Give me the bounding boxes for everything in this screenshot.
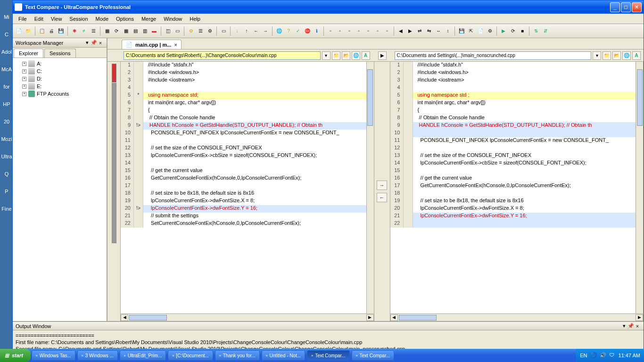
active-icon[interactable]: A	[362, 51, 370, 60]
system-tray[interactable]: EN 🔵 🔊 🛡 11:47 AM	[576, 349, 644, 362]
tool-icon[interactable]: ▫	[355, 27, 363, 35]
code-line[interactable]: 10 PCONSOLE_FONT_INFOEX lpConsoleCurrent…	[121, 130, 374, 137]
tool-icon[interactable]: ▫	[373, 27, 382, 35]
code-line[interactable]: 8 // Obtain the Console handle	[121, 115, 374, 122]
code-line[interactable]: 15 // get the current value	[121, 167, 374, 175]
help-icon[interactable]: ?	[284, 27, 293, 35]
tree-item[interactable]: +E:	[15, 82, 105, 90]
shield-icon[interactable]: 🛡	[609, 352, 616, 359]
panel-close-icon[interactable]: ×	[634, 323, 641, 329]
detail-icon[interactable]: ▥	[140, 27, 149, 35]
tray-icon[interactable]: 🔵	[590, 352, 597, 359]
path-dropdown-icon[interactable]: ▾	[593, 51, 601, 60]
save-icon[interactable]: 💾	[457, 27, 466, 35]
code-line[interactable]: 1//#include "stdafx.h"	[390, 62, 644, 69]
tab-close-icon[interactable]: ×	[174, 42, 177, 48]
code-line[interactable]: 12 // set the size of the CONSOLE_FONT_I…	[121, 145, 374, 152]
code-line[interactable]: 17	[121, 182, 374, 190]
code-line[interactable]: 6int main(int argc, char* argv[])	[121, 99, 374, 107]
taskbar-item[interactable]: ▫Text Compar...	[352, 350, 394, 361]
taskbar-item[interactable]: ▫Untitled - Not...	[262, 350, 305, 361]
tool-icon[interactable]: ▫	[383, 27, 391, 35]
panel-pin-icon[interactable]: 📌	[627, 323, 634, 329]
code-line[interactable]: 13 // set the size of the CONSOLE_FONT_I…	[390, 152, 644, 160]
merge-right-icon[interactable]: ▶	[406, 27, 414, 35]
down-arrow-icon[interactable]: ↓	[233, 27, 241, 35]
play-compare-icon[interactable]: ▶	[378, 51, 387, 60]
window-icon[interactable]: ▭	[219, 27, 228, 35]
panel-dropdown-icon[interactable]: ▾	[621, 323, 627, 329]
options-icon[interactable]: ⚙	[206, 27, 214, 35]
settings-icon[interactable]: ⚙	[486, 27, 494, 35]
desktop-icon[interactable]: for	[1, 84, 12, 90]
code-line[interactable]: 14	[121, 160, 374, 167]
new-icon[interactable]: 📄	[15, 27, 23, 35]
vertical-scrollbar[interactable]	[636, 62, 643, 313]
desktop-icon[interactable]: 20	[1, 119, 12, 124]
code-line[interactable]: 14 lpConsoleCurrentFontEx->cbSize = size…	[390, 160, 644, 167]
code-line[interactable]: 11	[121, 137, 374, 145]
merge-icon[interactable]: ↔	[434, 27, 443, 35]
merge-left-icon[interactable]: ◀	[396, 27, 405, 35]
desktop-icon[interactable]: Mi	[1, 14, 12, 20]
active-icon[interactable]: A	[632, 51, 641, 60]
code-line[interactable]: 19 lpConsoleCurrentFontEx->dwFontSize.X …	[121, 197, 374, 205]
code-line[interactable]: 16 GetCurrentConsoleFontEx(hConsole,0,lp…	[121, 175, 374, 182]
code-line[interactable]: 4	[121, 84, 374, 92]
code-line[interactable]: 8 // Obtain the Console handle	[390, 115, 644, 122]
sync2-icon[interactable]: ⇵	[541, 27, 550, 35]
list-icon[interactable]: ☰	[196, 27, 205, 35]
code-line[interactable]: 22 SetCurrentConsoleFontEx(hConsole,0,lp…	[121, 220, 374, 228]
code-line[interactable]: 20 lpConsoleCurrentFontEx->dwFontSize.X …	[390, 205, 644, 213]
menu-view[interactable]: View	[47, 15, 66, 23]
desktop-icon[interactable]: Mozi	[1, 136, 12, 142]
code-line[interactable]: 2#include <windows.h>	[390, 69, 644, 77]
desktop-icon[interactable]: McA	[1, 66, 12, 72]
export-icon[interactable]: ⇱	[467, 27, 475, 35]
code-line[interactable]: 21 // submit the settings	[121, 213, 374, 220]
browse-icon[interactable]: 📂	[612, 51, 621, 60]
taskbar-item[interactable]: ▫[C:\Document...	[168, 350, 213, 361]
start-button[interactable]: ⊞ start	[0, 349, 31, 362]
globe-icon[interactable]: 🌐	[275, 27, 283, 35]
code-line[interactable]: 18	[390, 190, 644, 197]
code-line[interactable]: 4	[390, 84, 644, 92]
report-icon[interactable]: 📄	[476, 27, 485, 35]
play-icon[interactable]: ▶	[499, 27, 508, 35]
open-icon[interactable]: 📁	[24, 27, 33, 35]
code-line[interactable]: 5*using namespace std;	[121, 92, 374, 99]
ftp-icon[interactable]: 🌐	[352, 51, 360, 60]
code-line[interactable]: 12	[390, 145, 644, 152]
menu-file[interactable]: File	[15, 15, 31, 23]
taskbar-item[interactable]: ▫Windows Tas...	[32, 350, 75, 361]
expand-icon[interactable]: +	[22, 77, 26, 81]
panel-close-icon[interactable]: ×	[97, 40, 104, 46]
document-tab[interactable]: 📄 main.cpp | m... ×	[122, 40, 182, 49]
desktop-icon[interactable]: HP	[1, 101, 12, 107]
expand-icon[interactable]: +	[22, 62, 26, 66]
code-line[interactable]: 9 HANDLE hConsole = GetStdHandle(STD_OUT…	[390, 122, 644, 130]
clock[interactable]: 11:47 AM	[619, 353, 640, 358]
desktop-icon[interactable]: C	[1, 32, 12, 37]
panel-icon[interactable]: ▭	[173, 27, 182, 35]
desktop-icon[interactable]: Adol	[1, 49, 12, 55]
tree-item[interactable]: +C:	[15, 67, 105, 75]
horizontal-scrollbar[interactable]: ◀▶	[121, 313, 374, 321]
tool-icon[interactable]: ▫	[326, 27, 335, 35]
tree-item[interactable]: +D:	[15, 75, 105, 82]
horizontal-scrollbar[interactable]: ◀▶	[390, 313, 644, 321]
print-icon[interactable]: 🖨	[47, 27, 56, 35]
menu-help[interactable]: Help	[186, 15, 204, 23]
tree-item[interactable]: +FTP Accounts	[15, 90, 105, 98]
merge-icon[interactable]: ↕	[444, 27, 452, 35]
menu-mode[interactable]: Mode	[92, 15, 113, 23]
gear-icon[interactable]: ⚙	[187, 27, 195, 35]
merge-icon[interactable]: ⇆	[425, 27, 433, 35]
reload-icon[interactable]: ⟳	[509, 27, 517, 35]
open-folder-icon[interactable]: 📁	[332, 51, 340, 60]
desktop-icon[interactable]: P	[1, 189, 12, 194]
code-line[interactable]: 3#include <iostream>	[121, 77, 374, 84]
panel-dropdown-icon[interactable]: ▾	[84, 40, 91, 46]
stop2-icon[interactable]: ■	[518, 27, 527, 35]
stop-icon[interactable]: ⛔	[303, 27, 312, 35]
